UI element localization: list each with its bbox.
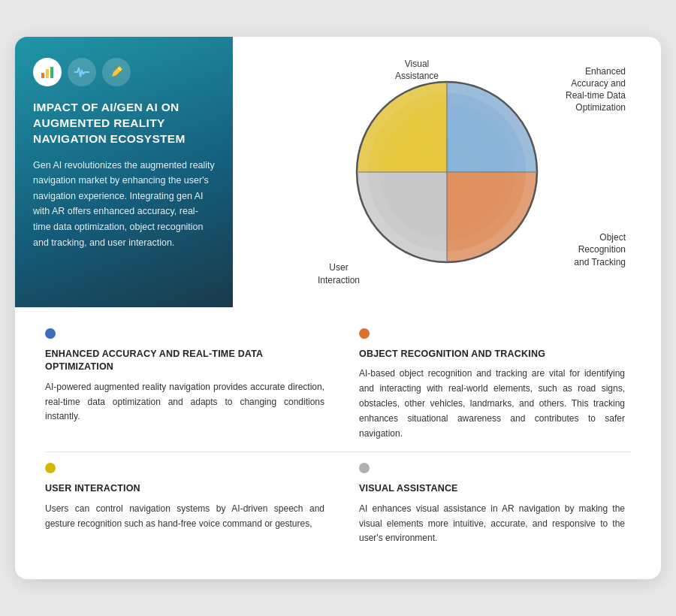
feature-visual-assistance: VISUAL ASSISTANCE AI enhances visual ass…	[338, 452, 638, 557]
dot-visual-assistance	[359, 463, 370, 473]
pen-icon	[102, 58, 131, 86]
svg-rect-2	[50, 67, 53, 78]
feature-title-object-recognition: OBJECT RECOGNITION AND TRACKING	[359, 348, 625, 361]
feature-enhanced-accuracy: ENHANCED ACCURACY AND REAL-TIME DATA OPT…	[38, 315, 338, 451]
sidebar-title: IMPACT OF AI/GEN AI ON AUGMENTED REALITY…	[33, 100, 215, 147]
feature-object-recognition: OBJECT RECOGNITION AND TRACKING AI-based…	[338, 315, 638, 451]
sidebar-description: Gen AI revolutionizes the augmented real…	[33, 158, 215, 251]
feature-text-visual-assistance: AI enhances visual assistance in AR navi…	[359, 502, 625, 546]
svg-rect-1	[46, 69, 49, 78]
svg-rect-0	[41, 73, 44, 78]
feature-text-object-recognition: AI-based object recognition and tracking…	[359, 367, 625, 441]
radar-label-right-bottom: ObjectRecognitionand Tracking	[574, 231, 626, 268]
radar-area: VisualAssistance EnhancedAccuracy andRea…	[233, 37, 661, 307]
bottom-section: ENHANCED ACCURACY AND REAL-TIME DATA OPT…	[15, 307, 661, 557]
dot-user-interaction	[45, 463, 56, 473]
feature-title-visual-assistance: VISUAL ASSISTANCE	[359, 482, 625, 496]
top-section: IMPACT OF AI/GEN AI ON AUGMENTED REALITY…	[15, 37, 661, 307]
bar-chart-icon	[33, 58, 62, 86]
radar-container: VisualAssistance EnhancedAccuracy andRea…	[267, 52, 627, 292]
feature-text-enhanced-accuracy: AI-powered augmented reality navigation …	[45, 380, 324, 424]
dot-enhanced-accuracy	[45, 328, 56, 339]
feature-title-enhanced-accuracy: ENHANCED ACCURACY AND REAL-TIME DATA OPT…	[45, 348, 324, 374]
sidebar-icons	[33, 58, 215, 86]
pulse-icon	[68, 58, 96, 86]
feature-user-interaction: USER INTERACTION Users can control navig…	[38, 452, 338, 557]
sidebar: IMPACT OF AI/GEN AI ON AUGMENTED REALITY…	[15, 37, 233, 307]
feature-title-user-interaction: USER INTERACTION	[45, 482, 324, 496]
dot-object-recognition	[359, 328, 370, 339]
feature-text-user-interaction: Users can control navigation systems by …	[45, 502, 324, 532]
radar-svg	[319, 59, 575, 285]
main-card: IMPACT OF AI/GEN AI ON AUGMENTED REALITY…	[15, 37, 661, 579]
